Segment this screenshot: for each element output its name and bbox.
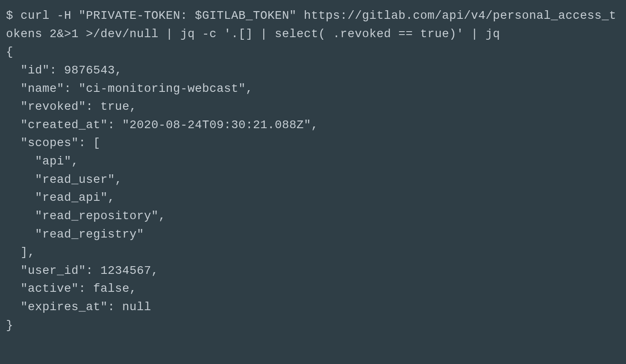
terminal-output[interactable]: $ curl -H "PRIVATE-TOKEN: $GITLAB_TOKEN"… [0,0,626,341]
terminal-command-line: $ curl -H "PRIVATE-TOKEN: $GITLAB_TOKEN"… [6,9,616,41]
terminal-json-output: { "id": 9876543, "name": "ci-monitoring-… [6,45,318,332]
